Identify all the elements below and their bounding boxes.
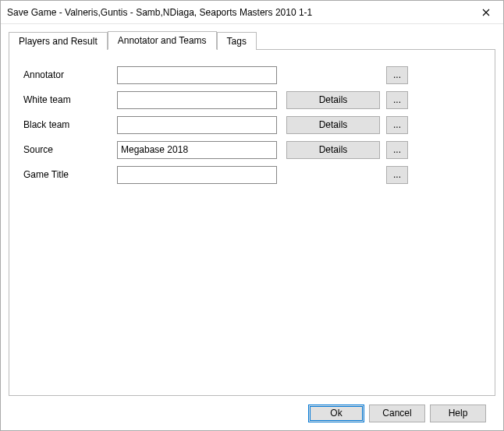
help-button[interactable]: Help [430, 405, 486, 422]
close-icon [482, 9, 490, 16]
browse-source-button[interactable]: ... [386, 141, 408, 159]
tab-strip: Players and Result Annotator and Teams T… [9, 30, 495, 49]
titlebar: Save Game - Valneris,Guntis - Samb,NDiag… [1, 1, 503, 24]
dialog-footer: Ok Cancel Help [9, 396, 495, 430]
label-black-team: Black team [23, 119, 117, 130]
input-white-team[interactable] [117, 91, 277, 109]
row-source: Source Details ... [23, 140, 481, 159]
dialog-window: Save Game - Valneris,Guntis - Samb,NDiag… [0, 0, 504, 431]
cancel-button[interactable]: Cancel [369, 405, 425, 422]
browse-annotator-button[interactable]: ... [386, 66, 408, 84]
tab-tags[interactable]: Tags [217, 32, 257, 50]
label-source: Source [23, 144, 117, 155]
input-annotator[interactable] [117, 66, 277, 84]
tab-annotator-and-teams[interactable]: Annotator and Teams [108, 31, 217, 50]
row-black-team: Black team Details ... [23, 115, 481, 134]
details-white-team-button[interactable]: Details [286, 91, 380, 109]
tab-panel: Annotator ... White team Details ... Bla… [9, 49, 495, 396]
input-source[interactable] [117, 141, 277, 159]
row-annotator: Annotator ... [23, 65, 481, 84]
label-game-title: Game Title [23, 169, 117, 180]
ok-button[interactable]: Ok [308, 405, 364, 422]
label-annotator: Annotator [23, 69, 117, 80]
details-black-team-button[interactable]: Details [286, 116, 380, 134]
close-button[interactable] [469, 1, 503, 24]
client-area: Players and Result Annotator and Teams T… [1, 24, 503, 430]
input-game-title[interactable] [117, 166, 277, 184]
browse-white-team-button[interactable]: ... [386, 91, 408, 109]
window-title: Save Game - Valneris,Guntis - Samb,NDiag… [7, 7, 469, 18]
browse-black-team-button[interactable]: ... [386, 116, 408, 134]
row-game-title: Game Title ... [23, 165, 481, 184]
details-source-button[interactable]: Details [286, 141, 380, 159]
label-white-team: White team [23, 94, 117, 105]
input-black-team[interactable] [117, 116, 277, 134]
row-white-team: White team Details ... [23, 90, 481, 109]
browse-game-title-button[interactable]: ... [386, 166, 408, 184]
tab-players-and-result[interactable]: Players and Result [9, 32, 108, 50]
